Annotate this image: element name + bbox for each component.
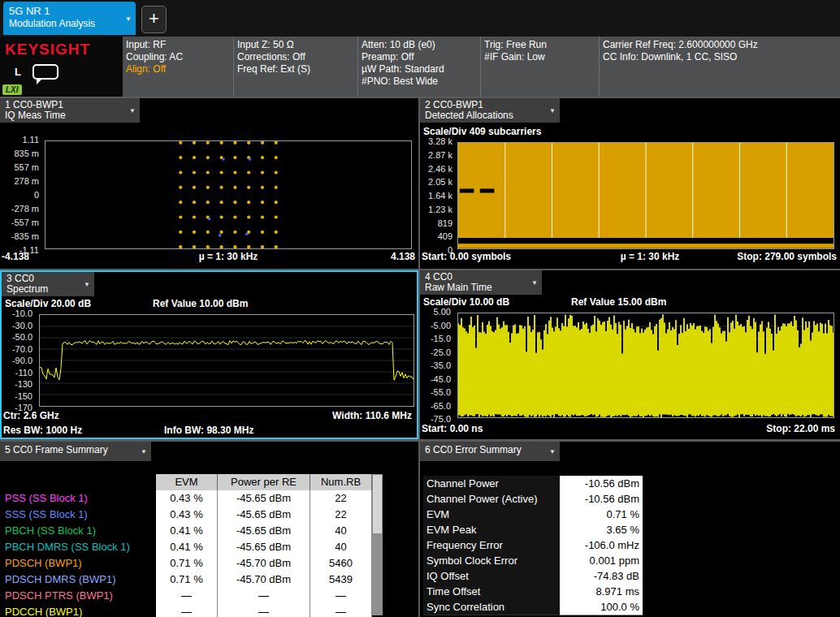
metric-value-cell: 8.971 ms xyxy=(560,584,643,600)
frame-summary-row[interactable]: PSS (SS Block 1)0.43 %-45.65 dBm22 xyxy=(2,490,372,507)
y-axis-label: -557 m xyxy=(0,218,42,227)
header-col-atten[interactable]: Atten: 10 dB (e0)Preamp: OffµW Path: Sta… xyxy=(362,37,478,97)
channel-name-cell: SSS (SS Block 1) xyxy=(2,507,156,524)
message-bubble-icon[interactable] xyxy=(32,64,58,80)
value-cell: — xyxy=(310,588,372,605)
tab-5g-nr-modulation-analysis[interactable]: 5G NR 1 Modulation Analysis ▼ xyxy=(3,2,136,35)
x-axis-start: Start: 0.00 symbols xyxy=(422,251,511,262)
y-axis-label: 1.11 xyxy=(0,135,42,145)
error-summary-row[interactable]: EVM Peak3.65 % xyxy=(423,522,643,537)
x-axis-center: µ = 1: 30 kHz xyxy=(199,251,258,262)
value-cell: -45.70 dBm xyxy=(218,572,310,589)
y-axis-label: -35.0 xyxy=(420,360,454,370)
metric-value-cell: 0.001 ppm xyxy=(560,553,643,569)
window4-title-tab[interactable]: 4 CC0 Raw Main Time ▼ xyxy=(420,270,542,295)
window5-title-tab[interactable]: 5 CC0 Frame Summary ▼ xyxy=(0,442,151,461)
header-col-carrier[interactable]: Carrier Ref Freq: 2.600000000 GHzCC Info… xyxy=(603,37,838,97)
y-axis-label: 1.23 k xyxy=(420,205,456,214)
frame-summary-row[interactable]: PDSCH PTRS (BWP1)——— xyxy=(2,588,372,604)
frame-summary-table: EVMPower per RENum.RBPSS (SS Block 1)0.4… xyxy=(2,474,372,617)
divider xyxy=(480,37,481,97)
y-axis-label: 557 m xyxy=(0,162,42,172)
y-axis-labels: -10.0-30.0-50.0-70.0-90.0-110-130-150-17… xyxy=(2,308,36,412)
channel-name-cell: PDSCH DMRS (BWP1) xyxy=(2,572,156,589)
header-field: Input Z: 50 Ω xyxy=(237,39,356,51)
header-field: Align: Off xyxy=(126,63,232,76)
value-cell: 0.71 % xyxy=(156,572,218,589)
header-col-impedance[interactable]: Input Z: 50 ΩCorrections: OffFreq Ref: E… xyxy=(237,37,356,97)
y-axis-label: -110 xyxy=(2,368,36,378)
error-summary-row[interactable]: Time Offset8.971 ms xyxy=(423,584,643,599)
x-axis-max: 4.138 xyxy=(391,251,415,262)
brand-box: KEYSIGHT L LXI xyxy=(0,37,123,97)
metric-value-cell: 3.65 % xyxy=(560,522,643,538)
header-col-input[interactable]: Input: RFCoupling: ACAlign: Off xyxy=(126,37,232,97)
error-summary-row[interactable]: Symbol Clock Error0.001 ppm xyxy=(423,553,643,568)
scrollbar-thumb[interactable] xyxy=(373,475,382,533)
error-summary-row[interactable]: IQ Offset-74.83 dB xyxy=(423,568,643,584)
spectrum-plot xyxy=(39,314,414,407)
value-cell: -45.65 dBm xyxy=(218,490,310,507)
frame-summary-row[interactable]: PBCH DMRS (SS Block 1)0.41 %-45.65 dBm40 xyxy=(2,539,372,555)
tab-title: 5G NR 1 xyxy=(9,5,121,18)
window4-measurement: Raw Main Time xyxy=(425,283,526,293)
window6-title-tab[interactable]: 6 CC0 Error Summary ▼ xyxy=(420,442,560,461)
metric-value-cell: -106.0 mHz xyxy=(560,537,643,554)
window1-title-tab[interactable]: 1 CC0-BWP1 IQ Meas Time ▼ xyxy=(0,98,140,123)
value-cell: — xyxy=(218,588,310,605)
window-spectrum[interactable]: 3 CC0 Spectrum ▼ Scale/Div 20.00 dB Ref … xyxy=(0,270,418,439)
window-frame-summary[interactable]: 5 CC0 Frame Summary ▼ EVMPower per RENum… xyxy=(0,442,418,617)
frame-summary-row[interactable]: PDSCH DMRS (BWP1)0.71 %-45.70 dBm5439 xyxy=(2,572,372,588)
channel-name-cell: PDSCH (BWP1) xyxy=(2,555,156,572)
metric-name-cell: Channel Power (Active) xyxy=(423,491,560,507)
metric-value-cell: 100.0 % xyxy=(560,599,643,615)
y-axis-labels: 3.28 k2.87 k2.46 k2.05 k1.64 k1.23 k8194… xyxy=(420,136,456,255)
keysight-logo: KEYSIGHT xyxy=(5,41,90,58)
tab-bar: 5G NR 1 Modulation Analysis ▼ + xyxy=(0,0,840,37)
window-detected-allocations[interactable]: 2 CC0-BWP1 Detected Allocations ▼ Scale/… xyxy=(420,98,840,269)
window-error-summary[interactable]: 6 CC0 Error Summary ▼ Channel Power-10.5… xyxy=(420,442,840,617)
value-cell: -45.70 dBm xyxy=(218,555,310,572)
channel-name-cell: PBCH (SS Block 1) xyxy=(2,523,156,540)
y-axis-label: -30.0 xyxy=(2,321,36,330)
value-cell: -45.65 dBm xyxy=(218,523,310,540)
header-col-trigger[interactable]: Trig: Free Run#IF Gain: Low xyxy=(484,37,597,97)
span-label: Width: 110.6 MHz xyxy=(332,410,412,421)
scale-label: Scale/Div 10.00 dB xyxy=(423,296,509,308)
error-summary-row[interactable]: EVM0.71 % xyxy=(423,507,643,522)
y-axis-label: -90.0 xyxy=(2,356,36,365)
y-axis-label: 819 xyxy=(420,218,456,228)
header-field: Preamp: Off xyxy=(362,51,478,63)
center-freq-label: Ctr: 2.6 GHz xyxy=(3,410,59,421)
y-axis-label: -15.0 xyxy=(420,334,454,343)
frame-summary-scrollbar[interactable] xyxy=(372,474,383,615)
ref-value-label: Ref Value 10.00 dBm xyxy=(153,298,248,309)
frame-summary-row[interactable]: PBCH (SS Block 1)0.41 %-45.65 dBm40 xyxy=(2,523,372,539)
header-field: Trig: Free Run xyxy=(484,39,597,51)
value-cell: 22 xyxy=(310,507,372,524)
header-field: Coupling: AC xyxy=(126,51,232,63)
window-iq-meas-time[interactable]: 1 CC0-BWP1 IQ Meas Time ▼ 1.11835 m557 m… xyxy=(0,98,418,269)
chevron-down-icon: ▼ xyxy=(125,15,132,23)
frame-summary-row[interactable]: PDCCH (BWP1)——— xyxy=(2,604,372,617)
chevron-down-icon: ▼ xyxy=(141,448,147,455)
add-tab-button[interactable]: + xyxy=(141,6,167,33)
scale-label: Scale/Div 409 subcarriers xyxy=(423,126,541,137)
window-raw-main-time[interactable]: 4 CC0 Raw Main Time ▼ Scale/Div 10.00 dB… xyxy=(420,270,840,439)
y-axis-label: 3.28 k xyxy=(420,136,456,146)
allocations-canvas xyxy=(458,143,834,248)
window3-title-tab[interactable]: 3 CC0 Spectrum ▼ xyxy=(2,272,94,296)
error-summary-table: Channel Power-10.56 dBmChannel Power (Ac… xyxy=(423,476,643,615)
error-summary-row[interactable]: Sync Correlation100.0 % xyxy=(423,599,643,615)
y-axis-label: -50.0 xyxy=(2,332,36,342)
constellation-plot xyxy=(45,140,412,249)
error-summary-row[interactable]: Frequency Error-106.0 mHz xyxy=(423,537,643,553)
window2-title-tab[interactable]: 2 CC0-BWP1 Detected Allocations ▼ xyxy=(420,98,560,123)
error-summary-row[interactable]: Channel Power (Active)-10.56 dBm xyxy=(423,491,643,507)
frame-summary-row[interactable]: SSS (SS Block 1)0.43 %-45.65 dBm22 xyxy=(2,507,372,523)
metric-name-cell: EVM Peak xyxy=(423,522,560,538)
frame-summary-row[interactable]: PDSCH (BWP1)0.71 %-45.70 dBm5460 xyxy=(2,555,372,572)
y-axis-label: 5.00 xyxy=(420,307,454,317)
remote-indicator: L xyxy=(15,66,21,78)
error-summary-row[interactable]: Channel Power-10.56 dBm xyxy=(423,476,643,491)
